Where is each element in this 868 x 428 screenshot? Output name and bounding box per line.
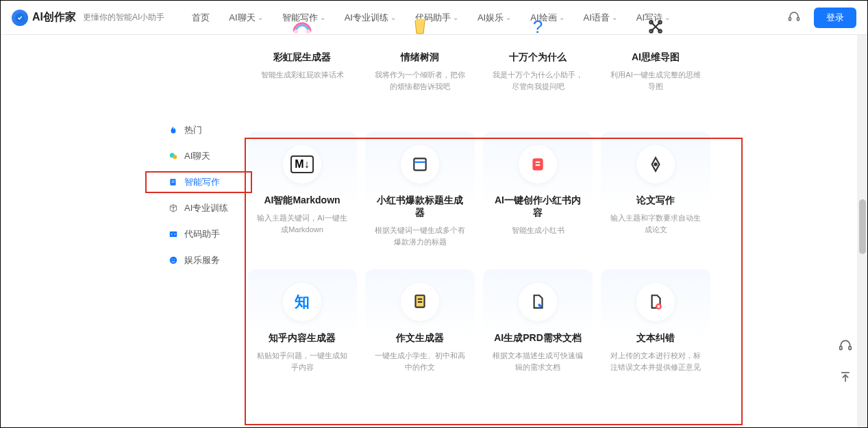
svg-rect-21 — [536, 164, 541, 166]
card-icon: M↓ — [283, 145, 321, 184]
svg-point-4 — [173, 155, 177, 159]
sidebar-item-4[interactable]: 代码助手 — [158, 221, 251, 247]
svg-rect-17 — [414, 158, 425, 170]
card-title: 作文生成器 — [375, 332, 465, 344]
card-desc: 我将作为一个倾听者，把你的烦恼都告诉我吧 — [375, 69, 465, 92]
scrollbar-track[interactable] — [857, 35, 867, 427]
card-row-2: M↓AI智能Markdown输入主题关键词，AI一键生成Markdown小红书爆… — [247, 131, 717, 260]
card-desc: 输入主题和字数要求自动生成论文 — [610, 212, 701, 235]
logo[interactable]: AI创作家 — [12, 10, 76, 26]
card-row2-3[interactable]: 论文写作输入主题和字数要求自动生成论文 — [601, 131, 710, 260]
card-icon — [519, 283, 557, 321]
card-row1-2[interactable]: ?十万个为什么我是十万个为什么小助手，尽管向我提问吧 — [483, 8, 593, 104]
sidebar-item-5[interactable]: 娱乐服务 — [158, 247, 251, 273]
smile-icon — [168, 255, 179, 266]
card-title: 论文写作 — [610, 194, 701, 207]
card-desc: 根据关键词一键生成多个有爆款潜力的标题 — [375, 225, 465, 247]
svg-point-0 — [15, 13, 24, 22]
float-buttons — [836, 336, 855, 386]
card-title: 十万个为什么 — [493, 51, 583, 64]
sidebar-item-label: 智能写作 — [184, 176, 220, 188]
svg-rect-1 — [789, 17, 791, 21]
card-row2-1[interactable]: 小红书爆款标题生成器根据关键词一键生成多个有爆款潜力的标题 — [365, 131, 475, 260]
svg-rect-2 — [797, 17, 799, 21]
card-title: 彩虹屁生成器 — [257, 51, 347, 64]
card-icon — [636, 145, 675, 184]
sidebar-item-label: AI聊天 — [184, 150, 210, 162]
svg-point-8 — [172, 259, 173, 260]
logo-text: AI创作家 — [32, 10, 76, 25]
card-title: 知乎内容生成器 — [257, 332, 347, 344]
card-desc: 智能生成彩虹屁吹捧话术 — [257, 69, 347, 81]
svg-rect-5 — [170, 179, 175, 185]
card-desc: 粘贴知乎问题，一键生成知乎内容 — [257, 350, 347, 373]
card-icon — [283, 8, 321, 46]
sidebar-item-label: 代码助手 — [184, 228, 220, 240]
svg-rect-28 — [849, 347, 851, 350]
card-title: 文本纠错 — [610, 332, 701, 344]
card-icon — [636, 283, 675, 321]
sidebar: 热门AI聊天智能写作AI专业训练代码助手娱乐服务 — [158, 117, 251, 273]
svg-point-7 — [170, 257, 177, 264]
card-row3-1[interactable]: 作文生成器一键生成小学生、初中和高中的作文 — [365, 269, 475, 385]
card-icon — [401, 8, 439, 46]
card-title: AI思维导图 — [610, 51, 701, 64]
svg-rect-27 — [840, 347, 842, 350]
cube-icon — [168, 203, 179, 214]
support-float-icon[interactable] — [836, 336, 855, 355]
fire-icon — [168, 125, 179, 136]
card-icon: 知 — [283, 283, 321, 321]
sidebar-item-3[interactable]: AI专业训练 — [158, 195, 251, 221]
svg-point-10 — [294, 29, 298, 34]
sidebar-item-label: 热门 — [184, 124, 202, 136]
card-row1-1[interactable]: 情绪树洞我将作为一个倾听者，把你的烦恼都告诉我吧 — [365, 8, 475, 104]
card-row-3: 知知乎内容生成器粘贴知乎问题，一键生成知乎内容作文生成器一键生成小学生、初中和高… — [247, 269, 717, 385]
nav-label: 首页 — [192, 12, 210, 24]
card-row3-3[interactable]: 文本纠错对上传的文本进行校对，标注错误文本并提供修正意见 — [601, 269, 710, 385]
scrollbar-thumb[interactable] — [859, 199, 866, 254]
code-icon — [168, 229, 179, 240]
card-icon: ? — [519, 8, 557, 46]
card-title: AI智能Markdown — [257, 194, 347, 207]
chat-icon — [168, 151, 179, 162]
card-row2-0[interactable]: M↓AI智能Markdown输入主题关键词，AI一键生成Markdown — [247, 131, 357, 260]
card-icon — [401, 283, 439, 321]
card-row-1: 彩虹屁生成器智能生成彩虹屁吹捧话术情绪树洞我将作为一个倾听者，把你的烦恼都告诉我… — [247, 8, 717, 104]
svg-point-11 — [306, 29, 310, 34]
card-desc: 我是十万个为什么小助手，尽管向我提问吧 — [493, 69, 583, 92]
tagline: 更懂你的智能AI小助手 — [83, 12, 164, 23]
svg-rect-20 — [536, 162, 541, 163]
sidebar-item-0[interactable]: 热门 — [158, 117, 251, 143]
support-icon[interactable] — [788, 10, 800, 25]
sidebar-item-label: 娱乐服务 — [184, 254, 220, 266]
card-row3-2[interactable]: AI生成PRD需求文档根据文本描述生成可快速编辑的需求文档 — [483, 269, 593, 385]
sidebar-item-1[interactable]: AI聊天 — [158, 143, 251, 169]
card-icon — [519, 145, 557, 184]
card-title: 情绪树洞 — [375, 51, 465, 64]
card-title: AI生成PRD需求文档 — [493, 332, 583, 344]
card-title: AI一键创作小红书内容 — [493, 194, 583, 219]
nav-item-0[interactable]: 首页 — [192, 12, 210, 24]
card-desc: 输入主题关键词，AI一键生成Markdown — [257, 212, 347, 235]
card-desc: 根据文本描述生成可快速编辑的需求文档 — [493, 350, 583, 373]
card-icon — [636, 8, 675, 46]
card-desc: 利用AI一键生成完整的思维导图 — [610, 69, 701, 92]
svg-point-9 — [174, 259, 175, 260]
svg-point-22 — [654, 163, 656, 165]
card-title: 小红书爆款标题生成器 — [375, 194, 465, 219]
edit-icon — [168, 177, 179, 188]
logo-icon — [12, 10, 28, 26]
card-desc: 对上传的文本进行校对，标注错误文本并提供修正意见 — [610, 350, 701, 373]
content: 彩虹屁生成器智能生成彩虹屁吹捧话术情绪树洞我将作为一个倾听者，把你的烦恼都告诉我… — [247, 1, 717, 385]
sidebar-item-label: AI专业训练 — [184, 202, 228, 214]
card-row2-2[interactable]: AI一键创作小红书内容智能生成小红书 — [483, 131, 593, 260]
sidebar-item-2[interactable]: 智能写作 — [158, 169, 251, 195]
card-icon — [401, 145, 439, 184]
card-desc: 智能生成小红书 — [493, 225, 583, 236]
card-row1-3[interactable]: AI思维导图利用AI一键生成完整的思维导图 — [601, 8, 710, 104]
card-desc: 一键生成小学生、初中和高中的作文 — [375, 350, 465, 373]
card-row3-0[interactable]: 知知乎内容生成器粘贴知乎问题，一键生成知乎内容 — [247, 269, 357, 385]
card-row1-0[interactable]: 彩虹屁生成器智能生成彩虹屁吹捧话术 — [247, 8, 357, 104]
login-button[interactable]: 登录 — [814, 8, 856, 28]
back-to-top-icon[interactable] — [836, 367, 855, 386]
